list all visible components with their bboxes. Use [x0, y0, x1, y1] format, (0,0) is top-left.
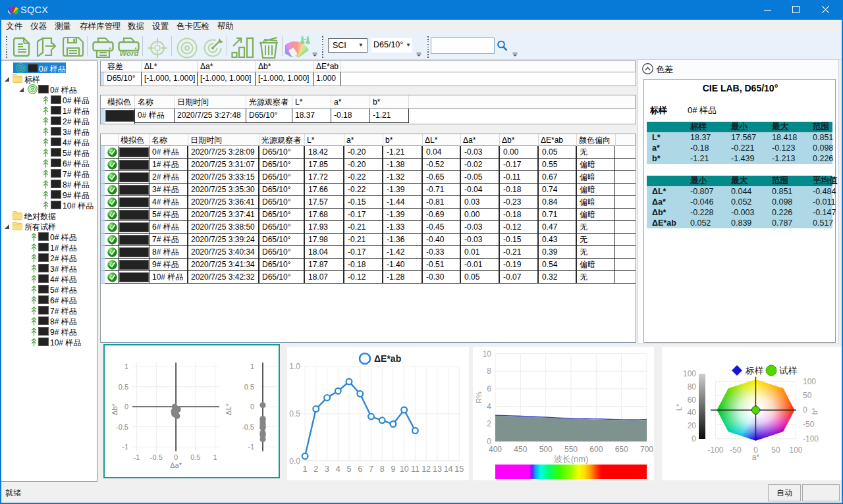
svg-text:Δa*: Δa* [170, 461, 182, 469]
svg-text:-100: -100 [803, 434, 819, 443]
svg-text:6: 6 [358, 465, 362, 474]
svg-text:-1: -1 [248, 443, 254, 451]
svg-text:2: 2 [487, 419, 491, 428]
svg-text:Δb*: Δb* [111, 403, 119, 415]
svg-text:a*: a* [752, 453, 760, 462]
svg-text:-0.5: -0.5 [242, 423, 254, 431]
svg-text:-50: -50 [730, 445, 742, 455]
svg-text:11: 11 [411, 465, 420, 474]
svg-text:500: 500 [539, 445, 553, 454]
svg-text:0: 0 [124, 403, 128, 411]
svg-text:0: 0 [174, 453, 178, 461]
svg-text:1: 1 [213, 453, 217, 461]
svg-text:12: 12 [422, 465, 431, 474]
svg-text:-0.5: -0.5 [116, 423, 128, 431]
svg-text:10: 10 [483, 349, 492, 359]
svg-text:2: 2 [313, 465, 318, 474]
svg-text:1.0: 1.0 [289, 362, 300, 371]
svg-text:450: 450 [514, 445, 527, 454]
svg-text:0.5: 0.5 [119, 383, 128, 391]
svg-text:400: 400 [489, 445, 502, 454]
svg-text:15: 15 [454, 465, 464, 474]
svg-text:100: 100 [803, 377, 816, 386]
svg-text:14: 14 [444, 465, 453, 474]
svg-text:ΔL*: ΔL* [225, 403, 232, 415]
svg-text:1: 1 [124, 363, 128, 370]
svg-text:-1: -1 [134, 453, 140, 461]
svg-text:3: 3 [325, 465, 329, 474]
svg-text:0.5: 0.5 [289, 409, 300, 418]
svg-text:700: 700 [640, 445, 653, 454]
svg-text:13: 13 [433, 465, 442, 474]
svg-text:6: 6 [487, 384, 491, 393]
svg-text:5: 5 [347, 465, 352, 474]
svg-text:600: 600 [589, 445, 603, 454]
svg-text:50: 50 [771, 445, 780, 455]
svg-text:7: 7 [369, 465, 373, 474]
svg-text:8: 8 [487, 366, 491, 376]
svg-text:0: 0 [803, 405, 807, 415]
svg-text:9: 9 [391, 465, 395, 474]
svg-text:1: 1 [303, 465, 308, 474]
svg-text:10: 10 [400, 465, 409, 474]
svg-text:b*: b* [811, 407, 819, 415]
svg-text:-1: -1 [122, 443, 128, 451]
svg-text:0.0: 0.0 [289, 457, 300, 466]
svg-text:0.5: 0.5 [190, 453, 200, 461]
svg-text:100: 100 [789, 445, 802, 455]
svg-text:1: 1 [250, 363, 254, 370]
svg-text:R%: R% [475, 391, 483, 403]
svg-text:0: 0 [250, 403, 254, 411]
svg-text:550: 550 [564, 445, 578, 454]
svg-text:-50: -50 [803, 420, 815, 429]
svg-text:-0.5: -0.5 [150, 453, 163, 461]
svg-text:ΔE*ab: ΔE*ab [374, 353, 401, 364]
svg-text:50: 50 [803, 391, 812, 400]
svg-text:0.5: 0.5 [244, 383, 254, 391]
svg-text:-100: -100 [707, 445, 723, 455]
svg-text:4: 4 [336, 465, 340, 474]
svg-text:波长(nm): 波长(nm) [554, 454, 589, 464]
svg-text:8: 8 [380, 465, 385, 474]
svg-text:650: 650 [615, 445, 628, 454]
svg-text:4: 4 [487, 402, 491, 411]
